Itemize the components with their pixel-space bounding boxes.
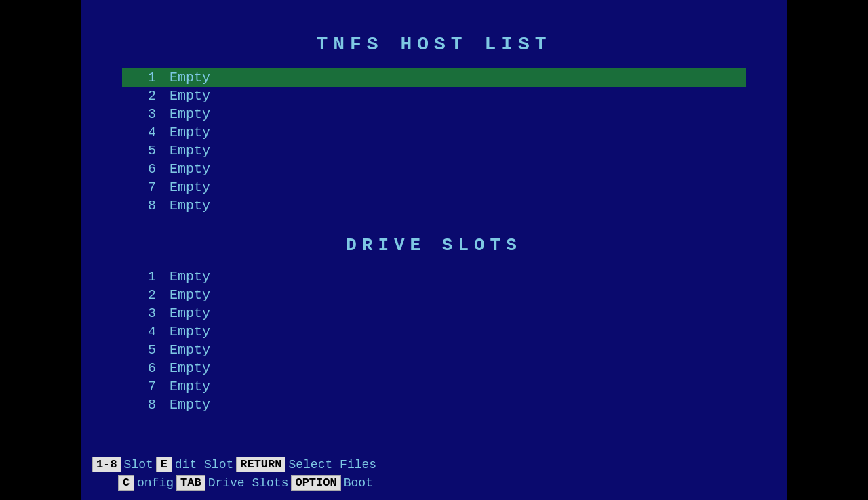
host-list-row-6[interactable]: 6 Empty <box>122 160 746 178</box>
key-option: OPTION <box>291 475 340 491</box>
drive-slot-row-8[interactable]: 8 Empty <box>122 396 746 414</box>
footer-text-slot: Slot <box>124 458 153 472</box>
key-return: RETURN <box>236 457 285 472</box>
footer: 1-8 Slot E dit Slot RETURN Select Files … <box>81 450 787 500</box>
drive-slot-row-5[interactable]: 5 Empty <box>122 341 746 359</box>
drive-slot-val-1: Empty <box>170 269 210 285</box>
host-row-num-4: 4 <box>129 125 156 140</box>
drive-slot-val-2: Empty <box>170 287 210 303</box>
footer-text-boot: Boot <box>344 476 373 490</box>
host-list-title: TNFS HOST LIST <box>122 34 746 55</box>
footer-text-dit-slot: dit Slot <box>175 458 233 472</box>
host-list-row-3[interactable]: 3 Empty <box>122 105 746 123</box>
drive-slot-row-2[interactable]: 2 Empty <box>122 286 746 304</box>
host-list-row-5[interactable]: 5 Empty <box>122 142 746 160</box>
drive-slot-val-5: Empty <box>170 342 210 358</box>
key-1-8: 1-8 <box>92 457 121 472</box>
drive-slot-row-3[interactable]: 3 Empty <box>122 304 746 322</box>
host-row-val-1: Empty <box>170 70 210 85</box>
drive-slot-row-4[interactable]: 4 Empty <box>122 322 746 341</box>
host-row-val-7: Empty <box>170 180 210 195</box>
key-c: C <box>118 475 134 491</box>
host-row-val-2: Empty <box>170 88 210 104</box>
host-row-val-8: Empty <box>170 198 210 213</box>
host-row-num-3: 3 <box>129 106 156 122</box>
host-row-val-6: Empty <box>170 161 210 177</box>
drive-slot-row-7[interactable]: 7 Empty <box>122 377 746 396</box>
drive-slot-val-6: Empty <box>170 360 210 376</box>
key-tab: TAB <box>176 475 205 491</box>
host-row-num-1: 1 <box>129 70 156 85</box>
key-e: E <box>156 457 172 472</box>
host-list-row-1[interactable]: 1 Empty <box>122 68 746 87</box>
drive-slot-num-5: 5 <box>129 342 156 358</box>
footer-text-onfig: onfig <box>137 476 174 490</box>
host-row-num-2: 2 <box>129 88 156 104</box>
drive-slot-val-4: Empty <box>170 324 210 339</box>
drive-slot-val-8: Empty <box>170 397 210 413</box>
host-row-num-7: 7 <box>129 180 156 195</box>
footer-text-select-files: Select Files <box>288 458 376 472</box>
screen: TNFS HOST LIST 1 Empty 2 Empty 3 Empty 4… <box>81 0 787 500</box>
footer-row-2: C onfig TAB Drive Slots OPTION Boot <box>88 475 780 491</box>
drive-slots: 1 Empty 2 Empty 3 Empty 4 Empty 5 Empty … <box>122 268 746 414</box>
host-row-val-3: Empty <box>170 106 210 122</box>
drive-slot-num-4: 4 <box>129 324 156 339</box>
drive-slot-num-1: 1 <box>129 269 156 285</box>
drive-slots-title: DRIVE SLOTS <box>122 235 746 255</box>
drive-slot-num-8: 8 <box>129 397 156 413</box>
footer-text-drive-slots: Drive Slots <box>208 476 289 490</box>
drive-slot-num-6: 6 <box>129 360 156 376</box>
host-row-val-5: Empty <box>170 143 210 159</box>
host-row-num-6: 6 <box>129 161 156 177</box>
drive-slot-row-6[interactable]: 6 Empty <box>122 359 746 377</box>
host-list-row-2[interactable]: 2 Empty <box>122 87 746 105</box>
drive-slot-val-7: Empty <box>170 379 210 394</box>
drive-slot-num-7: 7 <box>129 379 156 394</box>
host-row-num-5: 5 <box>129 143 156 159</box>
host-list: 1 Empty 2 Empty 3 Empty 4 Empty 5 Empty … <box>122 68 746 215</box>
host-list-row-7[interactable]: 7 Empty <box>122 178 746 196</box>
drive-slot-num-2: 2 <box>129 287 156 303</box>
host-row-val-4: Empty <box>170 125 210 140</box>
drive-slot-num-3: 3 <box>129 306 156 321</box>
host-list-row-4[interactable]: 4 Empty <box>122 123 746 142</box>
host-list-row-8[interactable]: 8 Empty <box>122 196 746 215</box>
footer-row-1: 1-8 Slot E dit Slot RETURN Select Files <box>88 457 780 472</box>
host-row-num-8: 8 <box>129 198 156 213</box>
drive-slot-row-1[interactable]: 1 Empty <box>122 268 746 286</box>
drive-slot-val-3: Empty <box>170 306 210 321</box>
